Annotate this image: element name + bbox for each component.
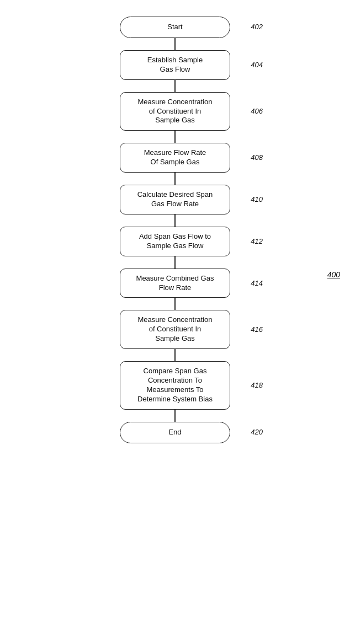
node-step418: Compare Span GasConcentration ToMeasurem… [120,361,230,410]
node-end: End420 [120,422,230,443]
node-step414: Measure Combined GasFlow Rate414 [120,269,230,298]
flowchart: Start402Establish SampleGas Flow404Measu… [0,0,350,443]
ref-step408: 408 [251,153,263,163]
node-step416: Measure Concentrationof Constituent InSa… [120,310,230,349]
node-wrapper-start: Start402 [120,17,230,38]
ref-step414: 414 [251,278,263,288]
node-step412: Add Span Gas Flow toSample Gas Flow412 [120,227,230,256]
ref-start: 402 [251,23,263,32]
connector-0 [174,38,176,50]
node-wrapper-end: End420 [120,422,230,443]
ref-step416: 416 [251,325,263,334]
node-step408: Measure Flow RateOf Sample Gas408 [120,143,230,173]
node-wrapper-step404: Establish SampleGas Flow404 [120,50,230,80]
node-step406: Measure Concentrationof Constituent InSa… [120,92,230,131]
node-wrapper-step408: Measure Flow RateOf Sample Gas408 [120,143,230,173]
connector-1 [174,80,176,92]
ref-step406: 406 [251,107,263,116]
connector-6 [174,298,176,310]
ref-end: 420 [251,428,263,437]
node-step410: Calculate Desired SpanGas Flow Rate410 [120,185,230,214]
node-wrapper-step416: Measure Concentrationof Constituent InSa… [120,310,230,349]
node-wrapper-step418: Compare Span GasConcentration ToMeasurem… [120,361,230,410]
connector-2 [174,131,176,143]
node-step404: Establish SampleGas Flow404 [120,50,230,80]
node-start: Start402 [120,17,230,38]
ref-step404: 404 [251,60,263,69]
node-wrapper-step414: Measure Combined GasFlow Rate414 [120,269,230,298]
diagram-label: 400 [327,270,340,279]
connector-5 [174,256,176,269]
ref-step412: 412 [251,237,263,246]
connector-4 [174,214,176,227]
connector-3 [174,173,176,185]
connector-7 [174,349,176,361]
node-wrapper-step412: Add Span Gas Flow toSample Gas Flow412 [120,227,230,256]
node-wrapper-step406: Measure Concentrationof Constituent InSa… [120,92,230,131]
ref-step418: 418 [251,380,263,390]
ref-step410: 410 [251,195,263,205]
connector-8 [174,410,176,422]
node-wrapper-step410: Calculate Desired SpanGas Flow Rate410 [120,185,230,214]
